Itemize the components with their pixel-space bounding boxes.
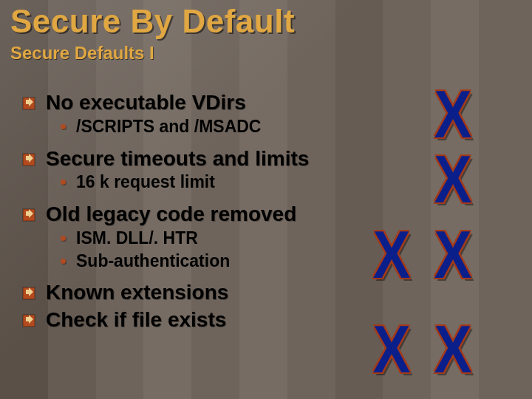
list-item-text: Old legacy code removed [46,203,296,226]
dot-bullet-icon [61,236,66,241]
slide-title: Secure By Default [10,3,295,40]
x-mark-icon: X [434,316,472,383]
list-item: Known extensions [22,282,347,304]
dot-bullet-icon [61,124,66,129]
x-mark-icon: X [434,81,472,148]
arrow-bullet-icon [22,208,35,222]
x-mark-icon: X [434,222,472,288]
sub-item-text: 16 k request limit [76,171,215,193]
slide-body: No executable VDirs /SCRIPTS and /MSADC … [22,87,347,332]
sub-item: ISM. DLL/. HTR [61,228,347,249]
list-item-text: Secure timeouts and limits [46,148,309,171]
arrow-bullet-icon [22,314,35,327]
sub-item: 16 k request limit [61,171,347,193]
slide: Secure By Default Secure Defaults I No e… [0,0,532,399]
x-mark-icon: X [373,222,411,288]
dot-bullet-icon [61,259,66,264]
dot-bullet-icon [61,180,66,185]
sub-item: /SCRIPTS and /MSADC [61,116,347,137]
sub-item-text: ISM. DLL/. HTR [76,228,198,249]
sub-item-text: Sub-authentication [76,250,230,272]
arrow-bullet-icon [22,287,35,300]
list-item: Check if file exists [22,309,347,332]
x-mark-icon: X [373,316,411,383]
slide-subtitle: Secure Defaults I [10,43,154,64]
list-item-text: Known extensions [46,282,228,304]
arrow-bullet-icon [22,97,35,110]
arrow-bullet-icon [22,153,35,166]
list-item: Secure timeouts and limits [22,148,347,171]
list-item-text: Check if file exists [46,309,226,332]
sub-item: Sub-authentication [61,250,347,272]
list-item-text: No executable VDirs [46,92,246,115]
x-mark-icon: X [434,146,472,213]
list-item: No executable VDirs [22,92,347,115]
list-item: Old legacy code removed [22,203,347,226]
sub-item-text: /SCRIPTS and /MSADC [76,116,261,137]
